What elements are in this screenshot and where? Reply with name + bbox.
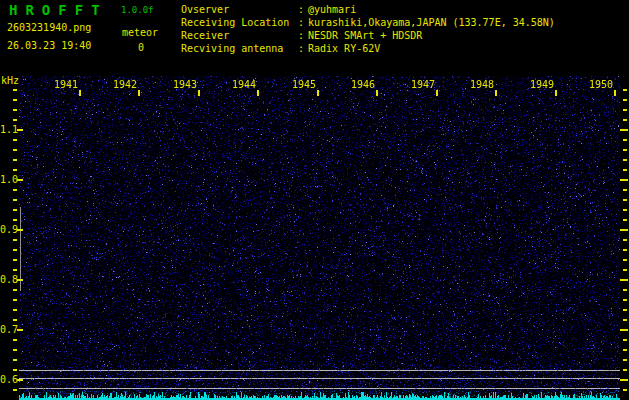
observation-datetime: 26.03.23 19:40 (7, 40, 91, 51)
freq-minor-tick-left (13, 99, 17, 101)
freq-minor-tick-left (13, 249, 17, 251)
freq-minor-tick-right (623, 309, 627, 311)
freq-minor-tick-right (623, 119, 627, 121)
freq-minor-tick-left (13, 219, 17, 221)
time-minute-tick (317, 90, 319, 96)
freq-minor-tick-right (623, 139, 627, 141)
freq-minor-tick-left (13, 319, 17, 321)
observer-info-label: Ovserver (181, 3, 298, 16)
time-axis-label: 1943 (167, 79, 197, 90)
freq-minor-tick-right (623, 189, 627, 191)
freq-minor-tick-left (13, 339, 17, 341)
observer-info-value: Radix RY-62V (308, 42, 380, 55)
app-version: 1.0.0f (121, 5, 154, 15)
freq-axis-label: 0.6 (0, 374, 17, 385)
freq-axis-label: 1.1 (0, 124, 17, 135)
observer-info-separator: : (298, 3, 308, 16)
freq-axis-label: 0.9 (0, 224, 17, 235)
freq-minor-tick-right (623, 259, 627, 261)
meteor-counter-label: meteor (122, 27, 158, 38)
freq-axis-label: 0.7 (0, 324, 17, 335)
observer-info-row: Receiver:NESDR SMArt + HDSDR (181, 29, 555, 42)
freq-minor-tick-left (13, 369, 17, 371)
freq-minor-tick-left (13, 189, 17, 191)
observer-info-label: Recviving antenna (181, 42, 298, 55)
time-axis-label: 1947 (405, 79, 435, 90)
freq-minor-tick-left (13, 139, 17, 141)
freq-minor-tick-left (13, 149, 17, 151)
hrofft-window: HROFFT 1.0.0f 2603231940.png 26.03.23 19… (0, 0, 629, 400)
time-minute-tick (257, 90, 259, 96)
freq-minor-tick-right (623, 239, 627, 241)
meteor-counter-value: 0 (120, 42, 162, 53)
freq-minor-tick-right (623, 339, 627, 341)
observer-info-separator: : (298, 42, 308, 55)
time-minute-tick (79, 90, 81, 96)
time-minute-tick (198, 90, 200, 96)
freq-major-tick-right (620, 379, 628, 381)
time-minute-tick (495, 90, 497, 96)
freq-minor-tick-right (623, 359, 627, 361)
freq-minor-tick-right (623, 269, 627, 271)
output-filename: 2603231940.png (7, 22, 91, 33)
freq-minor-tick-left (13, 259, 17, 261)
observer-info-value: NESDR SMArt + HDSDR (308, 29, 422, 42)
freq-minor-tick-right (623, 219, 627, 221)
freq-major-tick-right (620, 329, 628, 331)
freq-minor-tick-right (623, 159, 627, 161)
freq-minor-tick-right (623, 149, 627, 151)
freq-minor-tick-right (623, 319, 627, 321)
freq-minor-tick-right (623, 389, 627, 391)
freq-minor-tick-right (623, 109, 627, 111)
observer-info-value: @yuhmari (308, 3, 356, 16)
freq-major-tick-right (620, 229, 628, 231)
freq-minor-tick-left (13, 159, 17, 161)
freq-minor-tick-left (13, 239, 17, 241)
time-axis-label: 1946 (345, 79, 375, 90)
app-title: HROFFT (9, 2, 108, 18)
freq-minor-tick-left (13, 169, 17, 171)
freq-axis-label: 0.8 (0, 274, 17, 285)
freq-major-tick-right (620, 129, 628, 131)
time-axis-label: 1942 (107, 79, 137, 90)
time-axis-label: 1944 (226, 79, 256, 90)
time-minute-tick (555, 90, 557, 96)
freq-minor-tick-left (13, 269, 17, 271)
observer-info-row: Ovserver:@yuhmari (181, 3, 555, 16)
freq-minor-tick-left (13, 119, 17, 121)
time-minute-tick (138, 90, 140, 96)
time-minute-tick (376, 90, 378, 96)
freq-minor-tick-right (623, 249, 627, 251)
time-axis-label: 1950 (583, 79, 613, 90)
observer-info-separator: : (298, 29, 308, 42)
freq-minor-tick-left (13, 349, 17, 351)
freq-minor-tick-right (623, 169, 627, 171)
observer-info: Ovserver:@yuhmariReceiving Location:kura… (181, 3, 555, 55)
freq-minor-tick-left (13, 199, 17, 201)
time-axis-label: 1945 (286, 79, 316, 90)
time-axis-label: 1949 (524, 79, 554, 90)
freq-minor-tick-left (13, 359, 17, 361)
freq-major-tick-left (17, 329, 23, 331)
time-axis-label: 1948 (464, 79, 494, 90)
observer-info-value: kurashiki,Okayama,JAPAN (133.77E, 34.58N… (308, 16, 555, 29)
time-axis-label: 1941 (48, 79, 78, 90)
freq-minor-tick-right (623, 199, 627, 201)
freq-major-tick-right (620, 179, 628, 181)
freq-minor-tick-left (13, 389, 17, 391)
freq-minor-tick-left (13, 309, 17, 311)
freq-minor-tick-right (623, 209, 627, 211)
freq-major-tick-right (620, 279, 628, 281)
freq-major-tick-left (17, 279, 23, 281)
freq-minor-tick-left (13, 289, 17, 291)
observer-info-label: Receiver (181, 29, 298, 42)
freq-major-tick-left (17, 129, 23, 131)
observer-info-label: Receiving Location (181, 16, 298, 29)
freq-major-tick-left (17, 179, 23, 181)
observer-info-separator: : (298, 16, 308, 29)
freq-major-tick-left (17, 229, 23, 231)
spectrogram-canvas (19, 76, 620, 400)
freq-minor-tick-left (13, 89, 17, 91)
freq-minor-tick-right (623, 289, 627, 291)
freq-minor-tick-right (623, 369, 627, 371)
